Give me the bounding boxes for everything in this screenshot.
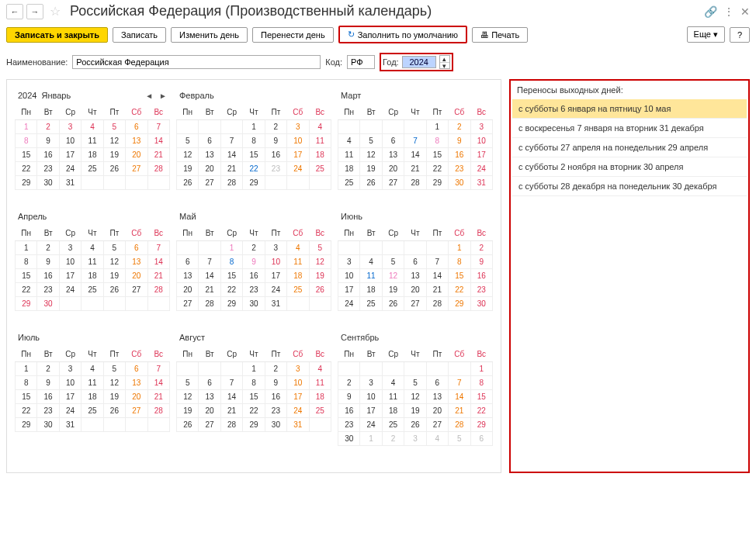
calendar-day[interactable]: 28 bbox=[199, 297, 220, 311]
calendar-day[interactable]: 29 bbox=[470, 418, 492, 432]
calendar-day[interactable]: 6 bbox=[470, 432, 492, 446]
calendar-day[interactable]: 20 bbox=[126, 269, 147, 283]
calendar-day[interactable]: 15 bbox=[16, 269, 37, 283]
calendar-day[interactable]: 3 bbox=[338, 255, 360, 269]
calendar-day[interactable]: 2 bbox=[265, 362, 286, 376]
calendar-day[interactable]: 8 bbox=[470, 376, 492, 390]
name-input[interactable] bbox=[72, 55, 321, 69]
calendar-day[interactable]: 20 bbox=[426, 404, 448, 418]
calendar-day[interactable]: 29 bbox=[449, 297, 470, 311]
help-button[interactable]: ? bbox=[730, 27, 750, 43]
calendar-day[interactable]: 21 bbox=[199, 283, 220, 297]
calendar-day[interactable]: 14 bbox=[220, 148, 242, 162]
calendar-day[interactable]: 31 bbox=[265, 297, 286, 311]
calendar-day[interactable]: 20 bbox=[126, 148, 147, 162]
calendar-day[interactable]: 5 bbox=[309, 241, 331, 255]
calendar-day[interactable]: 5 bbox=[360, 134, 382, 148]
calendar-day[interactable]: 7 bbox=[404, 134, 426, 148]
calendar-day[interactable]: 26 bbox=[177, 418, 199, 432]
calendar-day[interactable]: 16 bbox=[37, 390, 59, 404]
calendar-day[interactable]: 26 bbox=[404, 418, 426, 432]
calendar-day[interactable]: 28 bbox=[449, 418, 470, 432]
calendar-day[interactable]: 17 bbox=[338, 283, 360, 297]
calendar-day[interactable]: 5 bbox=[103, 120, 125, 134]
calendar-day[interactable]: 10 bbox=[265, 255, 286, 269]
calendar-day[interactable]: 26 bbox=[103, 162, 125, 176]
calendar-day[interactable]: 10 bbox=[59, 134, 81, 148]
calendar-day[interactable]: 9 bbox=[470, 255, 492, 269]
calendar-day[interactable]: 29 bbox=[16, 297, 37, 311]
calendar-day[interactable]: 27 bbox=[199, 418, 220, 432]
calendar-day[interactable]: 19 bbox=[382, 283, 404, 297]
calendar-day[interactable]: 13 bbox=[126, 376, 147, 390]
calendar-day[interactable]: 4 bbox=[81, 120, 103, 134]
calendar-day[interactable]: 12 bbox=[309, 255, 331, 269]
calendar-day[interactable]: 9 bbox=[243, 255, 265, 269]
more-button[interactable]: Еще ▾ bbox=[687, 26, 725, 43]
calendar-day[interactable]: 17 bbox=[287, 148, 309, 162]
calendar-day[interactable]: 3 bbox=[59, 120, 81, 134]
calendar-day[interactable]: 15 bbox=[470, 390, 492, 404]
calendar-day[interactable]: 22 bbox=[426, 162, 448, 176]
calendar-day[interactable]: 2 bbox=[37, 362, 59, 376]
calendar-day[interactable]: 16 bbox=[470, 269, 492, 283]
calendar-day[interactable]: 13 bbox=[177, 269, 199, 283]
calendar-day[interactable]: 4 bbox=[81, 362, 103, 376]
calendar-day[interactable]: 7 bbox=[449, 376, 470, 390]
calendar-day[interactable]: 25 bbox=[382, 418, 404, 432]
calendar-day[interactable]: 30 bbox=[243, 297, 265, 311]
calendar-day[interactable]: 2 bbox=[37, 241, 59, 255]
calendar-day[interactable]: 27 bbox=[177, 297, 199, 311]
calendar-day[interactable]: 25 bbox=[81, 404, 103, 418]
nav-back-button[interactable]: ← bbox=[6, 4, 23, 19]
calendar-day[interactable]: 8 bbox=[449, 255, 470, 269]
calendar-day[interactable]: 26 bbox=[360, 176, 382, 190]
calendar-day[interactable]: 4 bbox=[338, 134, 360, 148]
calendar-day[interactable]: 8 bbox=[243, 376, 265, 390]
calendar-day[interactable]: 17 bbox=[287, 390, 309, 404]
calendar-day[interactable]: 20 bbox=[382, 162, 404, 176]
calendar-day[interactable]: 28 bbox=[147, 162, 169, 176]
calendar-day[interactable]: 14 bbox=[220, 390, 242, 404]
calendar-day[interactable]: 22 bbox=[243, 404, 265, 418]
calendar-day[interactable]: 23 bbox=[37, 404, 59, 418]
close-icon[interactable]: ✕ bbox=[740, 5, 750, 18]
calendar-day[interactable]: 30 bbox=[37, 176, 59, 190]
calendar-day[interactable]: 23 bbox=[338, 418, 360, 432]
calendar-day[interactable]: 31 bbox=[59, 418, 81, 432]
calendar-day[interactable]: 9 bbox=[449, 134, 470, 148]
calendar-day[interactable]: 7 bbox=[147, 241, 169, 255]
calendar-day[interactable]: 27 bbox=[382, 176, 404, 190]
calendar-day[interactable]: 6 bbox=[199, 376, 220, 390]
calendar-day[interactable]: 26 bbox=[177, 176, 199, 190]
year-spin[interactable]: ▴▾ bbox=[439, 55, 450, 69]
calendar-day[interactable]: 6 bbox=[126, 241, 147, 255]
transfer-item[interactable]: с субботы 28 декабря на понедельник 30 д… bbox=[512, 177, 747, 196]
transfer-item[interactable]: с субботы 6 января на пятницу 10 мая bbox=[512, 99, 747, 119]
calendar-day[interactable]: 16 bbox=[37, 148, 59, 162]
calendar-day[interactable]: 5 bbox=[103, 241, 125, 255]
calendar-day[interactable]: 13 bbox=[426, 390, 448, 404]
calendar-day[interactable]: 22 bbox=[16, 283, 37, 297]
nav-forward-button[interactable]: → bbox=[26, 4, 43, 19]
calendar-day[interactable]: 27 bbox=[426, 418, 448, 432]
calendar-day[interactable]: 12 bbox=[177, 148, 199, 162]
calendar-day[interactable]: 21 bbox=[147, 390, 169, 404]
calendar-day[interactable]: 20 bbox=[404, 283, 426, 297]
calendar-day[interactable]: 11 bbox=[81, 376, 103, 390]
calendar-day[interactable]: 25 bbox=[81, 162, 103, 176]
calendar-day[interactable]: 30 bbox=[449, 176, 470, 190]
calendar-day[interactable]: 30 bbox=[37, 297, 59, 311]
calendar-day[interactable]: 8 bbox=[16, 255, 37, 269]
calendar-day[interactable]: 2 bbox=[338, 376, 360, 390]
calendar-day[interactable]: 15 bbox=[449, 269, 470, 283]
calendar-day[interactable]: 11 bbox=[81, 134, 103, 148]
calendar-day[interactable]: 28 bbox=[147, 404, 169, 418]
calendar-day[interactable]: 4 bbox=[309, 120, 331, 134]
calendar-day[interactable]: 1 bbox=[16, 241, 37, 255]
star-icon[interactable]: ☆ bbox=[50, 4, 61, 19]
calendar-day[interactable]: 16 bbox=[265, 390, 286, 404]
calendar-day[interactable]: 8 bbox=[16, 376, 37, 390]
calendar-day[interactable]: 31 bbox=[59, 176, 81, 190]
calendar-day[interactable]: 17 bbox=[360, 404, 382, 418]
